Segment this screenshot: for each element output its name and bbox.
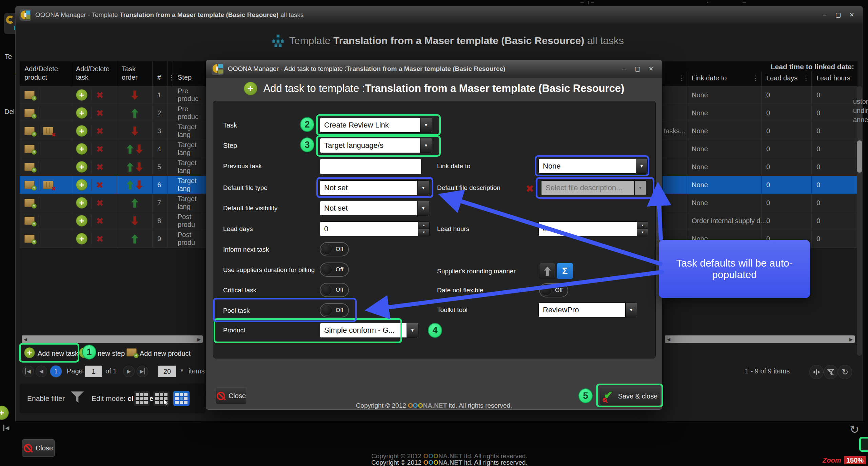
chevron-down-icon[interactable]: ▼ bbox=[420, 138, 432, 153]
chevron-down-icon[interactable]: ▼ bbox=[417, 201, 429, 215]
delete-task-icon[interactable]: ✖ bbox=[96, 198, 104, 208]
add-task-icon[interactable]: + bbox=[76, 197, 87, 209]
current-page-button[interactable]: 1 bbox=[50, 365, 62, 377]
add-product-icon[interactable]: + bbox=[24, 109, 35, 117]
default-file-type-dropdown[interactable]: Not set ▼ bbox=[320, 180, 429, 195]
add-new-product-button[interactable]: Add new product bbox=[140, 350, 191, 357]
add-task-icon[interactable]: + bbox=[76, 233, 87, 245]
add-product-icon[interactable]: + bbox=[24, 217, 35, 225]
filter-funnel-icon[interactable] bbox=[71, 391, 84, 403]
toolkit-tool-dropdown[interactable]: ReviewPro ▼ bbox=[538, 303, 637, 317]
spinner-down-icon[interactable]: ▼ bbox=[418, 229, 429, 236]
default-file-visibility-dropdown[interactable]: Not set ▼ bbox=[320, 201, 429, 216]
chevron-down-icon[interactable]: ▼ bbox=[407, 323, 418, 337]
table-row[interactable]: + +✖ 4 Target lang bbox=[20, 140, 206, 158]
chevron-down-icon[interactable]: ▼ bbox=[625, 303, 637, 317]
lead-hours-spinner[interactable]: 0 ▲▼ bbox=[538, 221, 648, 236]
dialog-titlebar[interactable]: OOONA Manager - Add task to template :Tr… bbox=[206, 60, 662, 78]
product-dropdown[interactable]: Simple conform - G... ▼ bbox=[320, 323, 418, 338]
pool-task-toggle[interactable]: Off bbox=[320, 303, 349, 317]
chevron-down-icon[interactable]: ▼ bbox=[417, 181, 429, 195]
move-down-icon[interactable] bbox=[131, 127, 138, 136]
table-row[interactable]: None00 bbox=[663, 158, 857, 176]
move-up-icon[interactable] bbox=[131, 234, 138, 244]
spinner-up-icon[interactable]: ▲ bbox=[418, 222, 429, 229]
add-task-icon[interactable]: + bbox=[76, 143, 87, 155]
move-down-icon[interactable] bbox=[131, 216, 138, 226]
maximize-icon[interactable]: ▢ bbox=[633, 65, 642, 73]
page-size-select[interactable]: 20 bbox=[158, 366, 176, 377]
table-row[interactable]: None00 bbox=[663, 140, 857, 158]
main-titlebar[interactable]: OOONA Manager - Template Translation fro… bbox=[16, 6, 863, 23]
add-product-icon[interactable]: + bbox=[24, 199, 35, 207]
save-close-button[interactable]: ✔ Save & close bbox=[600, 387, 661, 405]
add-task-icon[interactable]: + bbox=[76, 107, 87, 119]
next-page-button[interactable]: ▶ bbox=[123, 366, 135, 377]
minimize-icon[interactable]: – bbox=[821, 11, 829, 19]
bottom-close-button[interactable]: Close bbox=[22, 439, 55, 457]
col-header-add-delete-product[interactable]: Add/Delete product bbox=[20, 61, 71, 86]
col-header-link-date-to[interactable]: Link date to⋮ bbox=[687, 72, 762, 86]
add-product-icon[interactable]: + bbox=[24, 91, 35, 99]
delete-task-icon[interactable]: ✖ bbox=[96, 216, 104, 226]
add-task-icon[interactable]: + bbox=[76, 215, 87, 227]
move-up-icon[interactable] bbox=[131, 109, 138, 118]
spinner-down-icon[interactable]: ▼ bbox=[637, 229, 648, 236]
delete-task-icon[interactable]: ✖ bbox=[96, 144, 104, 154]
delete-task-icon[interactable]: ✖ bbox=[96, 180, 104, 190]
right-table-header[interactable]: ⋮ Link date to⋮ Lead days⋮ Lead hours bbox=[663, 72, 857, 86]
col-header-num[interactable]: # bbox=[153, 61, 167, 86]
scroll-right-icon[interactable]: ▶ bbox=[849, 337, 853, 342]
table-row[interactable]: None00 bbox=[663, 194, 857, 212]
move-down-icon[interactable] bbox=[136, 180, 143, 190]
delete-product-icon[interactable]: ✖ bbox=[43, 127, 53, 135]
step-dropdown[interactable]: Target language/s ▼ bbox=[320, 138, 432, 153]
delete-task-icon[interactable]: ✖ bbox=[96, 126, 104, 136]
add-new-product-icon[interactable]: + bbox=[126, 348, 137, 356]
col-header-lead-hours[interactable]: Lead hours bbox=[812, 72, 857, 86]
table-row[interactable]: + +✖ 8 Post produ bbox=[20, 212, 206, 230]
column-resize-icon[interactable] bbox=[809, 365, 824, 379]
add-product-icon[interactable]: + bbox=[24, 235, 35, 243]
inform-next-task-toggle[interactable]: Off bbox=[320, 242, 349, 256]
scroll-right-icon[interactable]: ▶ bbox=[197, 337, 201, 342]
vertical-scrollbar[interactable] bbox=[857, 86, 862, 356]
spinner-value[interactable]: 0 bbox=[538, 221, 637, 236]
add-task-icon[interactable]: + bbox=[76, 89, 87, 101]
refresh-icon[interactable]: ↻ bbox=[838, 365, 852, 379]
lead-days-spinner[interactable]: 0 ▲▼ bbox=[320, 221, 430, 236]
add-product-icon[interactable]: + bbox=[24, 163, 35, 171]
date-not-flexible-toggle[interactable]: Off bbox=[539, 283, 568, 297]
table-row[interactable]: None00 bbox=[663, 86, 857, 104]
table-row[interactable]: None00 bbox=[663, 104, 857, 122]
delete-product-icon[interactable]: ✖ bbox=[43, 181, 53, 189]
move-up-icon[interactable] bbox=[126, 180, 134, 190]
edge-add-icon[interactable]: + bbox=[0, 406, 9, 420]
previous-task-input[interactable] bbox=[320, 159, 421, 174]
clear-filter-icon[interactable] bbox=[824, 365, 838, 379]
horizontal-scrollbar[interactable]: ◀ ▶ bbox=[22, 335, 203, 343]
col-header-lead-days[interactable]: Lead days⋮ bbox=[762, 72, 812, 86]
add-product-icon[interactable]: + bbox=[24, 181, 35, 189]
clear-description-icon[interactable]: ✖ bbox=[526, 183, 534, 195]
prev-page-button[interactable]: ◀ bbox=[36, 366, 47, 377]
add-task-icon[interactable]: + bbox=[76, 179, 87, 191]
chevron-down-icon[interactable]: ▼ bbox=[420, 118, 432, 132]
delete-task-icon[interactable]: ✖ bbox=[96, 90, 104, 100]
round-up-button[interactable] bbox=[539, 263, 555, 279]
table-row[interactable]: + +✖ 7 Target lang bbox=[20, 194, 206, 212]
critical-task-toggle[interactable]: Off bbox=[320, 283, 349, 297]
move-down-icon[interactable] bbox=[136, 162, 143, 172]
last-page-button[interactable]: ▶ bbox=[137, 366, 148, 377]
add-task-icon[interactable]: + bbox=[76, 125, 87, 137]
task-dropdown[interactable]: Create Review Link ▼ bbox=[320, 118, 432, 133]
edit-mode-cell-grid-icon[interactable] bbox=[173, 391, 190, 406]
collapse-left-icon[interactable]: ◀ bbox=[3, 425, 9, 431]
scroll-left-icon[interactable]: ◀ bbox=[667, 337, 670, 342]
col-header-task-order[interactable]: Task order bbox=[117, 61, 153, 86]
move-down-icon[interactable] bbox=[131, 91, 138, 100]
move-up-icon[interactable] bbox=[126, 144, 134, 154]
scroll-left-icon[interactable]: ◀ bbox=[24, 337, 27, 342]
edit-mode-cursor-grid-icon[interactable] bbox=[153, 391, 170, 406]
left-table-header[interactable]: Add/Delete product Add/Delete task Task … bbox=[20, 61, 206, 86]
